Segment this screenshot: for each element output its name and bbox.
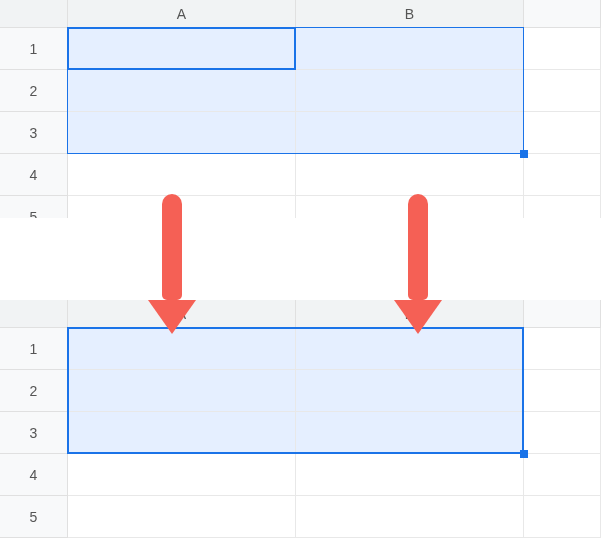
cell-a2[interactable] — [68, 70, 296, 112]
cell-b5[interactable] — [296, 196, 524, 218]
cell-c3[interactable] — [524, 112, 601, 154]
row-header-2[interactable]: 2 — [0, 70, 68, 112]
cell-c1[interactable] — [524, 28, 601, 70]
cell-a2[interactable] — [68, 370, 296, 412]
cell-b4[interactable] — [296, 154, 524, 196]
cell-a4[interactable] — [68, 154, 296, 196]
cell-c5[interactable] — [524, 196, 601, 218]
cell-c4[interactable] — [524, 454, 601, 496]
column-header-c[interactable] — [524, 0, 601, 28]
column-header-a[interactable]: A — [68, 0, 296, 28]
cell-c4[interactable] — [524, 154, 601, 196]
cell-a1[interactable] — [68, 328, 296, 370]
cell-c2[interactable] — [524, 70, 601, 112]
cell-b5[interactable] — [296, 496, 524, 538]
column-header-a[interactable]: A — [68, 300, 296, 328]
column-header-b[interactable]: B — [296, 300, 524, 328]
cell-b4[interactable] — [296, 454, 524, 496]
row-header-4[interactable]: 4 — [0, 454, 68, 496]
cell-b2[interactable] — [296, 370, 524, 412]
row-header-5[interactable]: 5 — [0, 496, 68, 538]
cell-a1[interactable] — [68, 28, 296, 70]
row-header-1[interactable]: 1 — [0, 328, 68, 370]
cell-b1[interactable] — [296, 28, 524, 70]
row-header-2[interactable]: 2 — [0, 370, 68, 412]
cell-a5[interactable] — [68, 496, 296, 538]
spreadsheet-before: A B 1 2 3 4 5 — [0, 0, 601, 218]
cell-a3[interactable] — [68, 412, 296, 454]
cell-c1[interactable] — [524, 328, 601, 370]
cell-c3[interactable] — [524, 412, 601, 454]
cell-b3[interactable] — [296, 112, 524, 154]
select-all-corner[interactable] — [0, 300, 68, 328]
cell-a3[interactable] — [68, 112, 296, 154]
row-header-1[interactable]: 1 — [0, 28, 68, 70]
cell-a5[interactable] — [68, 196, 296, 218]
cell-a4[interactable] — [68, 454, 296, 496]
select-all-corner[interactable] — [0, 0, 68, 28]
spreadsheet-after: A B 1 2 3 4 5 — [0, 300, 601, 538]
cell-b2[interactable] — [296, 70, 524, 112]
cell-b1[interactable] — [296, 328, 524, 370]
row-header-3[interactable]: 3 — [0, 412, 68, 454]
column-header-c[interactable] — [524, 300, 601, 328]
cell-c2[interactable] — [524, 370, 601, 412]
row-header-3[interactable]: 3 — [0, 112, 68, 154]
column-header-b[interactable]: B — [296, 0, 524, 28]
cell-c5[interactable] — [524, 496, 601, 538]
row-header-4[interactable]: 4 — [0, 154, 68, 196]
cell-b3[interactable] — [296, 412, 524, 454]
row-header-5[interactable]: 5 — [0, 196, 68, 218]
